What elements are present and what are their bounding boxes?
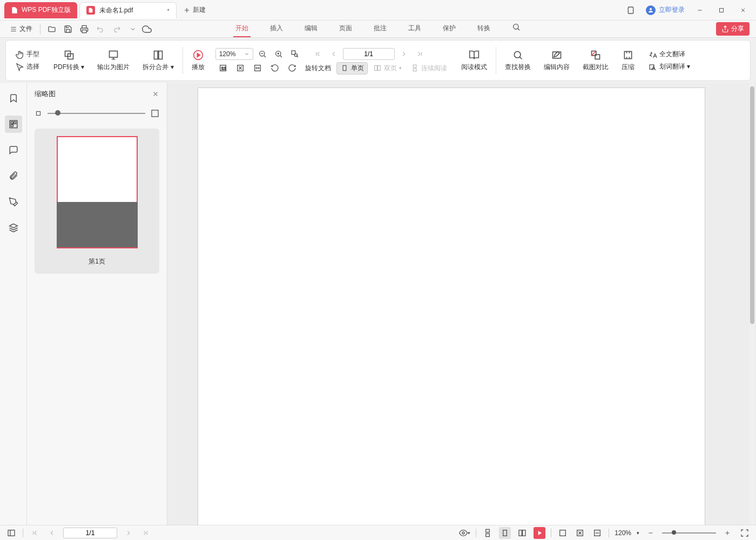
fit-width[interactable]: [250, 63, 265, 73]
svg-rect-40: [503, 530, 507, 536]
thumbnail-card[interactable]: 第1页: [35, 129, 159, 274]
status-zoom-value[interactable]: 120%: [615, 529, 631, 537]
last-page[interactable]: [413, 47, 427, 61]
login-button[interactable]: 立即登录: [646, 5, 685, 15]
maximize-button[interactable]: [715, 4, 728, 17]
status-continuous[interactable]: [482, 527, 494, 539]
edit-content[interactable]: 编辑内容: [539, 48, 574, 74]
split-merge[interactable]: 拆分合并 ▾: [138, 48, 178, 74]
new-tab-button[interactable]: 新建: [183, 5, 206, 15]
status-first-page[interactable]: [29, 527, 40, 539]
continuous-read[interactable]: 连续阅读: [407, 63, 450, 74]
status-fit-page[interactable]: [574, 527, 586, 539]
hand-tool[interactable]: 手型: [12, 49, 43, 60]
thumbnail-page-preview[interactable]: [57, 136, 138, 248]
scrollbar-thumb[interactable]: [750, 86, 754, 324]
document-tab[interactable]: 未命名1.pdf •: [79, 2, 177, 18]
page-input[interactable]: [343, 48, 395, 60]
find-replace[interactable]: 查找替换: [501, 48, 535, 74]
rotate-doc-label: 旋转文档: [305, 64, 331, 73]
minimize-button[interactable]: [693, 4, 706, 17]
tab-protect[interactable]: 保护: [441, 21, 458, 37]
svg-point-24: [514, 51, 521, 58]
zoom-select[interactable]: 120%: [215, 48, 253, 60]
tab-insert[interactable]: 插入: [268, 21, 285, 37]
zoom-in[interactable]: [272, 47, 286, 61]
tab-search[interactable]: [510, 21, 523, 37]
compress[interactable]: 压缩: [617, 48, 639, 74]
print-button[interactable]: [77, 22, 91, 36]
rail-thumbnail[interactable]: [5, 116, 22, 133]
rail-bookmark[interactable]: [5, 90, 22, 107]
status-next-page[interactable]: [123, 527, 134, 539]
status-eye[interactable]: ▾: [458, 527, 470, 539]
rail-layers[interactable]: [5, 219, 22, 237]
status-last-page[interactable]: [140, 527, 152, 539]
status-panel-toggle[interactable]: [5, 527, 17, 539]
full-translate[interactable]: 全文翻译: [645, 49, 693, 60]
status-actual[interactable]: [557, 527, 569, 539]
status-prev-page[interactable]: [46, 527, 58, 539]
device-icon[interactable]: [624, 4, 637, 17]
tab-page[interactable]: 页面: [337, 21, 354, 37]
single-page[interactable]: 单页: [336, 62, 368, 75]
status-double[interactable]: [516, 527, 528, 539]
rotate-left[interactable]: [267, 63, 282, 73]
read-mode[interactable]: 阅读模式: [457, 48, 491, 74]
play-button[interactable]: 播放: [187, 48, 209, 74]
status-zoom-out[interactable]: [645, 527, 657, 539]
cloud-button[interactable]: [142, 24, 152, 34]
rotate-right[interactable]: [285, 63, 300, 73]
zoom-area[interactable]: [288, 47, 302, 61]
status-fit-width[interactable]: [591, 527, 603, 539]
status-single[interactable]: [499, 527, 511, 539]
thumb-large-icon[interactable]: [151, 109, 159, 118]
page-canvas[interactable]: [198, 87, 705, 525]
next-page[interactable]: [397, 47, 411, 61]
app-tab[interactable]: WPS PDF独立版: [4, 2, 77, 18]
fullscreen-icon: [740, 529, 749, 537]
first-page[interactable]: [310, 47, 325, 61]
tab-start[interactable]: 开始: [233, 21, 251, 37]
word-translate[interactable]: 划词翻译 ▾: [645, 61, 693, 72]
prev-page[interactable]: [327, 47, 341, 61]
vertical-scrollbar[interactable]: [750, 83, 755, 525]
status-zoom-slider[interactable]: [662, 532, 716, 534]
file-menu[interactable]: 文件: [6, 24, 36, 33]
login-label: 立即登录: [659, 5, 685, 15]
pdf-convert[interactable]: PDF转换 ▾: [49, 48, 89, 74]
thumbnail-close[interactable]: [152, 90, 159, 98]
thumbnail-size-slider[interactable]: [48, 113, 145, 114]
tab-convert[interactable]: 转换: [475, 21, 492, 37]
rail-comment[interactable]: [5, 141, 22, 159]
tab-tools[interactable]: 工具: [406, 21, 423, 37]
rotate-doc[interactable]: 旋转文档: [302, 63, 334, 74]
screenshot-compare[interactable]: 截图对比: [578, 48, 613, 74]
thumb-small-icon[interactable]: [35, 110, 42, 117]
share-button[interactable]: 分享: [716, 22, 750, 36]
close-button[interactable]: [737, 4, 750, 17]
rail-attachment[interactable]: [5, 167, 22, 185]
status-zoom-in[interactable]: [721, 527, 733, 539]
redo-button[interactable]: [110, 22, 124, 36]
export-image[interactable]: 输出为图片: [93, 48, 134, 74]
fit-page[interactable]: [233, 63, 248, 73]
slider-handle[interactable]: [55, 110, 60, 116]
actual-size[interactable]: 1:1: [215, 63, 231, 73]
zoom-slider-handle[interactable]: [672, 530, 676, 535]
undo-button[interactable]: [93, 22, 107, 36]
open-button[interactable]: [45, 22, 59, 36]
quick-dropdown[interactable]: [126, 22, 140, 36]
tab-modified-icon[interactable]: •: [167, 6, 169, 14]
tab-annotate[interactable]: 批注: [372, 21, 389, 37]
save-button[interactable]: [61, 22, 75, 36]
status-play[interactable]: [534, 527, 545, 539]
status-fullscreen[interactable]: [739, 527, 751, 539]
rail-signature[interactable]: [5, 193, 22, 211]
tab-edit[interactable]: 编辑: [302, 21, 320, 37]
status-page-input[interactable]: [63, 528, 117, 538]
zoom-out[interactable]: [255, 47, 269, 61]
select-tool[interactable]: 选择: [12, 61, 43, 72]
double-page[interactable]: 双页 ▾: [370, 63, 405, 74]
close-icon: [152, 90, 159, 98]
